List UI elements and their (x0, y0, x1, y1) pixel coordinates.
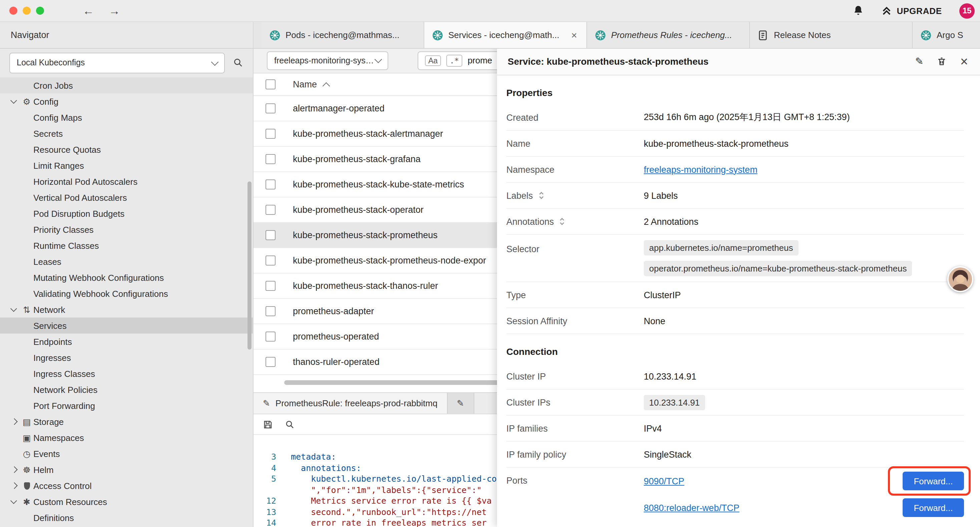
sidebar-item[interactable]: ▤ Storage (0, 414, 253, 430)
sidebar-item[interactable]: ⇅ Network (0, 301, 253, 318)
minimize-window-button[interactable] (23, 7, 31, 15)
row-checkbox[interactable] (266, 331, 275, 342)
row-checkbox[interactable] (266, 154, 275, 164)
service-name-cell: kube-prometheus-stack-grafana (293, 154, 421, 164)
sidebar-item[interactable]: Validating Webhook Configurations (0, 285, 253, 301)
dock-tab-hidden[interactable]: ✎ (447, 393, 474, 414)
close-window-button[interactable] (10, 7, 18, 15)
namespace-selector-value: freeleaps-monitoring-system (274, 56, 375, 65)
row-checkbox[interactable] (266, 180, 275, 189)
tab-argo[interactable]: Argo S (913, 22, 980, 48)
delete-resource-icon[interactable] (937, 56, 947, 67)
kubeconfig-selector[interactable]: Local Kubeconfigs (10, 53, 225, 73)
port-link[interactable]: 8080:reloader-web/TCP (644, 503, 740, 513)
property-row-selector: Selector app.kubernetes.io/name=promethe… (506, 235, 964, 282)
sidebar-item[interactable]: Network Policies (0, 382, 253, 398)
sidebar-item[interactable]: Cron Jobs (0, 77, 253, 93)
back-arrow-icon[interactable]: ← (83, 5, 94, 16)
sidebar-item[interactable]: Horizontal Pod Autoscalers (0, 174, 253, 189)
sidebar-item[interactable]: Endpoints (0, 334, 253, 350)
row-checkbox[interactable] (266, 230, 275, 240)
select-all-checkbox[interactable] (266, 80, 275, 89)
detail-panel-body: Properties Created 253d 16h 6m ago (2025… (497, 75, 980, 527)
edit-resource-icon[interactable]: ✎ (915, 56, 923, 67)
close-tab-icon[interactable]: × (570, 29, 578, 41)
sidebar-search-icon[interactable] (233, 57, 243, 68)
service-name-cell: kube-prometheus-stack-alertmanager (293, 129, 443, 139)
row-checkbox[interactable] (266, 306, 275, 316)
sidebar-item[interactable]: Resource Quotas (0, 142, 253, 158)
property-label: Cluster IP (506, 371, 644, 381)
tab-prometheus-rules[interactable]: Prometheus Rules - icecheng... (587, 22, 750, 48)
dock-tab-prometheusrule[interactable]: ✎ PrometheusRule: freeleaps-prod-rabbitm… (253, 393, 447, 414)
column-header-name[interactable]: Name (293, 80, 317, 89)
sidebar-item[interactable]: ☸ Helm (0, 462, 253, 478)
tab-label: Release Notes (774, 30, 904, 40)
regex-toggle[interactable]: .* (446, 54, 462, 66)
helm-icon: ☸ (20, 465, 33, 474)
forward-port-button[interactable]: Forward... (903, 471, 964, 490)
upgrade-label: UPGRADE (897, 6, 942, 16)
sidebar-item[interactable]: ◷ Events (0, 446, 253, 462)
row-checkbox[interactable] (266, 357, 275, 367)
sidebar-item[interactable]: Mutating Webhook Configurations (0, 269, 253, 285)
row-checkbox[interactable] (266, 205, 275, 215)
line-number: 14 (253, 517, 276, 527)
sidebar-item[interactable]: Vertical Pod Autoscalers (0, 189, 253, 205)
sidebar-item[interactable]: Ingress Classes (0, 366, 253, 382)
line-number: 5 (253, 474, 276, 485)
tree-chevron-icon (8, 494, 20, 509)
notifications-bell-icon[interactable] (853, 5, 864, 17)
tab-pods[interactable]: Pods - icecheng@mathmas... (261, 22, 424, 48)
namespace-link[interactable]: freeleaps-monitoring-system (644, 164, 757, 174)
sidebar-item-label: Ingress Classes (33, 369, 95, 379)
sidebar-item[interactable]: Port Forwarding (0, 398, 253, 414)
user-avatar[interactable] (947, 266, 973, 292)
row-checkbox[interactable] (266, 281, 275, 291)
sidebar-item[interactable]: ✱ Custom Resources (0, 494, 253, 509)
sidebar-item[interactable]: Leases (0, 253, 253, 269)
expand-collapse-icon[interactable] (559, 216, 566, 227)
tab-label: Services - icecheng@math... (448, 30, 565, 40)
row-checkbox[interactable] (266, 103, 275, 113)
namespace-selector[interactable]: freeleaps-monitoring-system (267, 51, 388, 70)
row-checkbox[interactable] (266, 129, 275, 139)
sidebar-item-label: Pod Disruption Budgets (33, 209, 124, 218)
sidebar-item[interactable]: Priority Classes (0, 221, 253, 237)
row-checkbox[interactable] (266, 255, 275, 266)
tab-services[interactable]: Services - icecheng@math... × (424, 22, 587, 48)
expand-collapse-icon[interactable] (538, 190, 545, 201)
kubernetes-cluster-icon (921, 30, 931, 40)
sidebar-item[interactable]: Runtime Classes (0, 237, 253, 253)
forward-port-button[interactable]: Forward... (903, 498, 964, 517)
upgrade-button[interactable]: UPGRADE (881, 5, 942, 16)
editor-search-icon[interactable] (285, 419, 295, 429)
sidebar-item[interactable]: Pod Disruption Budgets (0, 205, 253, 221)
save-icon[interactable] (263, 419, 273, 429)
sidebar-item[interactable]: Services (0, 318, 253, 334)
service-name-cell: kube-prometheus-stack-thanos-ruler (293, 281, 438, 291)
document-icon (758, 30, 768, 40)
tab-release-notes[interactable]: Release Notes (750, 22, 913, 48)
sidebar-item[interactable]: ⚙ Config (0, 93, 253, 110)
sidebar-item-label: Ingresses (33, 353, 71, 363)
sidebar-item[interactable]: Ingresses (0, 350, 253, 366)
sidebar-scrollbar-thumb[interactable] (248, 182, 251, 350)
sidebar-item[interactable]: ▣ Namespaces (0, 430, 253, 446)
property-label: Type (506, 290, 644, 300)
match-case-toggle[interactable]: Aa (425, 55, 441, 66)
close-panel-icon[interactable]: × (960, 55, 968, 68)
zoom-window-button[interactable] (36, 7, 44, 15)
sidebar-item-label: Mutating Webhook Configurations (33, 272, 164, 282)
sidebar-item[interactable]: Config Maps (0, 110, 253, 126)
sidebar-item[interactable]: Access Control (0, 478, 253, 494)
port-link[interactable]: 9090/TCP (644, 476, 684, 486)
forward-arrow-icon[interactable]: → (109, 5, 120, 16)
horizontal-scrollbar-thumb[interactable] (284, 380, 506, 385)
sidebar-item[interactable]: Definitions (0, 509, 253, 525)
sidebar-item[interactable]: Secrets (0, 126, 253, 142)
notification-count-badge[interactable]: 15 (959, 3, 975, 18)
traffic-lights (10, 7, 44, 15)
sidebar-item-label: Events (33, 449, 60, 459)
sidebar-item[interactable]: Limit Ranges (0, 158, 253, 174)
